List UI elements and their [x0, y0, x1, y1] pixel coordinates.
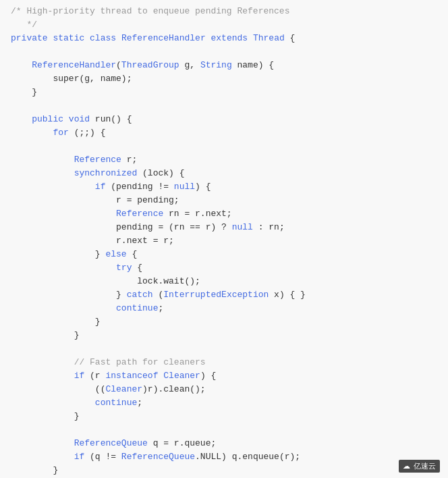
token-pl: (r	[84, 371, 105, 381]
code-line: continue;	[0, 397, 448, 410]
token-kw: catch	[127, 290, 153, 300]
code-line: ReferenceQueue q = r.queue;	[0, 437, 448, 451]
token-pl: }	[74, 330, 80, 340]
token-kw: instanceof	[105, 371, 158, 381]
indent	[11, 128, 53, 138]
code-line: try {	[0, 262, 448, 275]
token-kw: null	[174, 182, 195, 192]
token-pl	[158, 371, 163, 381]
indent	[11, 398, 95, 408]
token-pl: )r).clean();	[142, 384, 206, 394]
indent	[11, 236, 116, 246]
code-line: }	[0, 410, 448, 424]
token-pl	[63, 114, 69, 124]
code-line: private static class ReferenceHandler ex…	[0, 32, 448, 46]
indent	[11, 411, 74, 421]
indent	[11, 47, 32, 57]
code-line: }	[0, 329, 448, 343]
token-pl: r.next = r;	[116, 236, 174, 246]
token-pl: name) {	[232, 60, 274, 70]
indent	[11, 114, 32, 124]
token-pl: {	[285, 33, 296, 43]
token-cn: Thread	[253, 33, 285, 43]
code-line: r = pending;	[0, 194, 448, 208]
token-pl: (q !=	[84, 452, 121, 462]
token-cm: /* High-priority thread to enqueue pendi…	[11, 6, 289, 16]
code-line	[0, 343, 448, 356]
code-line: if (pending != null) {	[0, 181, 448, 194]
code-line: Reference rn = r.next;	[0, 208, 448, 221]
code-line: /* High-priority thread to enqueue pendi…	[0, 5, 448, 19]
indent	[11, 209, 116, 219]
token-kw: synchronized	[74, 168, 138, 178]
code-line: // Fast path for cleaners	[0, 356, 448, 370]
token-kw: try	[116, 263, 132, 273]
indent	[11, 249, 95, 259]
token-kw: continue	[95, 398, 137, 408]
token-pl: ((	[95, 384, 106, 394]
token-pl: r;	[121, 155, 137, 165]
token-cn: ReferenceHandler	[32, 60, 116, 70]
code-line: }	[0, 316, 448, 329]
code-line: synchronized (lock) {	[0, 167, 448, 181]
token-kw: static	[53, 33, 84, 43]
token-pl: super(g, name);	[53, 74, 132, 84]
indent	[11, 263, 116, 273]
token-cn: Reference	[116, 209, 163, 219]
indent	[11, 155, 74, 165]
token-pl	[206, 33, 211, 43]
token-pl: ) {	[195, 182, 211, 192]
indent	[11, 438, 74, 448]
token-pl: (	[153, 290, 164, 300]
code-line: } catch (InterruptedException x) { }	[0, 289, 448, 302]
token-pl	[84, 33, 90, 43]
code-line: continue;	[0, 302, 448, 316]
token-cn: Reference	[74, 155, 121, 165]
code-line: for (;;) {	[0, 127, 448, 140]
token-pl	[248, 33, 253, 43]
code-line: r.next = r;	[0, 235, 448, 248]
indent	[11, 317, 95, 327]
indent	[11, 195, 116, 205]
token-cn: Cleaner	[163, 371, 200, 381]
code-line: ReferenceHandler(ThreadGroup g, String n…	[0, 59, 448, 73]
indent	[11, 330, 74, 340]
token-pl: (;;) {	[69, 128, 106, 138]
token-cm: */	[11, 20, 37, 30]
token-pl: lock.wait();	[137, 276, 200, 286]
token-pl: (lock) {	[137, 168, 184, 178]
token-pl: run() {	[90, 114, 132, 124]
code-line	[0, 46, 448, 59]
token-kw: public	[32, 114, 63, 124]
watermark: ☁ 亿速云	[399, 460, 440, 473]
code-line: */	[0, 19, 448, 32]
indent	[11, 357, 74, 367]
token-cn: ThreadGroup	[121, 60, 179, 70]
token-pl: (	[116, 60, 121, 70]
token-pl: (pending !=	[105, 182, 173, 192]
watermark-icon: ☁	[403, 462, 410, 471]
indent	[11, 384, 95, 394]
code-line: ((Cleaner)r).clean();	[0, 383, 448, 397]
indent	[11, 303, 116, 313]
token-pl: .NULL) q.enqueue(r);	[195, 452, 300, 462]
token-pl: rn = r.next;	[163, 209, 231, 219]
indent	[11, 452, 74, 462]
token-cn: Cleaner	[105, 384, 142, 394]
code-block: /* High-priority thread to enqueue pendi…	[0, 5, 448, 478]
code-line: if (r instanceof Cleaner) {	[0, 370, 448, 383]
token-pl: ;	[137, 398, 142, 408]
token-cn: InterruptedException	[163, 290, 269, 300]
token-kw: else	[105, 249, 126, 259]
code-line: public void run() {	[0, 113, 448, 127]
token-pl: }	[53, 465, 58, 475]
indent	[11, 87, 32, 97]
indent	[11, 182, 95, 192]
token-kw: for	[53, 128, 68, 138]
token-pl: }	[95, 317, 101, 327]
token-cn: ReferenceQueue	[74, 438, 148, 448]
code-line: } else {	[0, 248, 448, 262]
token-pl: }	[32, 87, 37, 97]
token-pl: }	[74, 411, 80, 421]
token-kw: null	[232, 222, 253, 232]
